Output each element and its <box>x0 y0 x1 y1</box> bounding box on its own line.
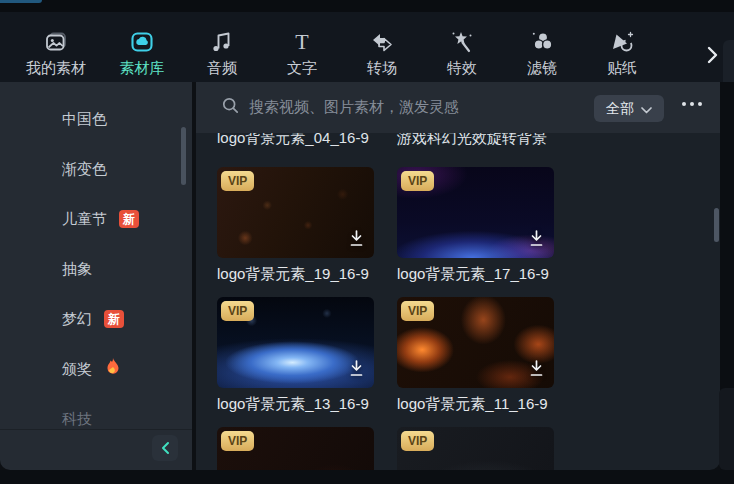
sidebar-item-abstract[interactable]: 抽象 <box>0 244 192 294</box>
category-label: 梦幻 <box>62 310 92 329</box>
asset-thumbnail[interactable]: VIP <box>217 297 374 388</box>
category-label: 儿童节 <box>62 210 107 229</box>
sticker-icon <box>608 28 636 56</box>
tab-label: 文字 <box>287 59 317 78</box>
vip-badge: VIP <box>401 431 434 451</box>
tab-label: 特效 <box>447 59 477 78</box>
right-panel-stub <box>719 388 734 470</box>
asset-card[interactable]: VIPlogo背景元素_17_16-9 <box>397 167 554 284</box>
asset-title: logo背景元素_11_16-9 <box>397 395 554 414</box>
asset-card[interactable]: VIPlogo背景元素_13_16-9 <box>217 297 374 414</box>
tab-label: 音频 <box>207 59 237 78</box>
tab-label: 转场 <box>367 59 397 78</box>
asset-title: logo背景元素_19_16-9 <box>217 265 374 284</box>
category-label: 颁奖 <box>62 360 92 379</box>
vip-badge: VIP <box>221 171 254 191</box>
sidebar-scrollbar[interactable] <box>181 127 186 185</box>
main-toolbar: 我的素材素材库音频T文字转场特效滤镜贴纸 <box>0 12 734 82</box>
sidebar-item-gradient-colors[interactable]: 渐变色 <box>0 144 192 194</box>
vip-badge: VIP <box>401 171 434 191</box>
search-row: 搜索视频、图片素材，激发灵感 全部 <box>196 82 720 133</box>
asset-card[interactable]: VIPlogo背景元素_11_16-9 <box>397 297 554 414</box>
category-list: 中国色渐变色儿童节新抽象梦幻新颁奖科技 <box>0 94 192 444</box>
category-label: 渐变色 <box>62 160 107 179</box>
filter-selected-value: 全部 <box>606 100 634 118</box>
tab-label: 滤镜 <box>527 59 557 78</box>
search-icon <box>222 97 239 118</box>
more-options-button[interactable] <box>682 102 702 106</box>
download-icon[interactable] <box>348 359 365 382</box>
tab-effects[interactable]: 特效 <box>422 16 502 78</box>
toolbar-expand-chevron-icon[interactable] <box>702 42 722 68</box>
download-icon[interactable] <box>528 359 545 382</box>
category-label: 中国色 <box>62 110 107 129</box>
category-label: 抽象 <box>62 260 92 279</box>
svg-text:T: T <box>295 29 309 54</box>
sidebar-collapse-button[interactable] <box>152 435 178 461</box>
asset-grid: logo背景元素_04_16-9游戏科幻光效旋转背景VIPlogo背景元素_19… <box>196 133 720 470</box>
tab-text[interactable]: T文字 <box>262 16 342 78</box>
transition-icon <box>368 28 396 56</box>
tab-transition[interactable]: 转场 <box>342 16 422 78</box>
tab-audio[interactable]: 音频 <box>182 16 262 78</box>
category-label: 科技 <box>62 410 92 429</box>
asset-thumbnail[interactable]: VIP <box>217 167 374 258</box>
asset-title-partial: logo背景元素_04_16-9 <box>217 133 369 148</box>
download-icon[interactable] <box>528 229 545 252</box>
asset-card[interactable]: VIPlogo背景元素_19_16-9 <box>217 167 374 284</box>
flame-icon <box>104 357 122 381</box>
sidebar-item-awards[interactable]: 颁奖 <box>0 344 192 394</box>
text-icon: T <box>289 28 315 56</box>
category-sidebar: 中国色渐变色儿童节新抽象梦幻新颁奖科技 <box>0 82 192 470</box>
asset-content-area: 搜索视频、图片素材，激发灵感 全部 logo背景元素_04_16-9游戏科幻光效… <box>196 82 720 470</box>
sidebar-item-dreamy[interactable]: 梦幻新 <box>0 294 192 344</box>
tab-stickers[interactable]: 贴纸 <box>582 16 662 78</box>
tab-library[interactable]: 素材库 <box>102 16 182 78</box>
new-badge: 新 <box>104 310 124 328</box>
window-top-strip <box>0 0 734 12</box>
my-media-icon <box>43 28 69 56</box>
asset-thumbnail[interactable]: VIP <box>397 427 554 470</box>
sidebar-footer <box>0 429 192 470</box>
asset-title: logo背景元素_13_16-9 <box>217 395 374 414</box>
vip-badge: VIP <box>221 301 254 321</box>
window-logo-sliver <box>0 0 42 3</box>
asset-thumbnail[interactable]: VIP <box>397 167 554 258</box>
library-panel: 中国色渐变色儿童节新抽象梦幻新颁奖科技 搜索视频、图片素材，激发灵感 全部 <box>0 82 720 470</box>
effects-icon <box>449 28 476 56</box>
search-placeholder: 搜索视频、图片素材，激发灵感 <box>249 98 459 117</box>
asset-thumbnail[interactable]: VIP <box>397 297 554 388</box>
asset-thumbnail[interactable]: VIP <box>217 427 374 470</box>
tab-label: 我的素材 <box>26 59 86 78</box>
library-icon <box>129 28 155 56</box>
sidebar-item-childrens-day[interactable]: 儿童节新 <box>0 194 192 244</box>
new-badge: 新 <box>119 210 139 228</box>
tab-label: 贴纸 <box>607 59 637 78</box>
download-icon[interactable] <box>348 229 365 252</box>
tab-filters[interactable]: 滤镜 <box>502 16 582 78</box>
vip-badge: VIP <box>221 431 254 451</box>
tab-label: 素材库 <box>120 59 165 78</box>
sidebar-item-chinese-colors[interactable]: 中国色 <box>0 94 192 144</box>
asset-card[interactable]: VIP <box>397 427 554 470</box>
content-scrollbar[interactable] <box>714 208 719 242</box>
filters-icon <box>529 28 556 56</box>
audio-icon <box>209 28 235 56</box>
adjacent-panel-edge <box>723 40 734 82</box>
asset-title: logo背景元素_17_16-9 <box>397 265 554 284</box>
tab-my-media[interactable]: 我的素材 <box>10 16 102 78</box>
filter-dropdown[interactable]: 全部 <box>594 95 664 122</box>
toolbar-tabs: 我的素材素材库音频T文字转场特效滤镜贴纸 <box>0 16 662 78</box>
vip-badge: VIP <box>401 301 434 321</box>
asset-card[interactable]: VIP <box>217 427 374 470</box>
asset-title-partial: 游戏科幻光效旋转背景 <box>397 133 547 148</box>
chevron-down-icon <box>641 100 652 118</box>
